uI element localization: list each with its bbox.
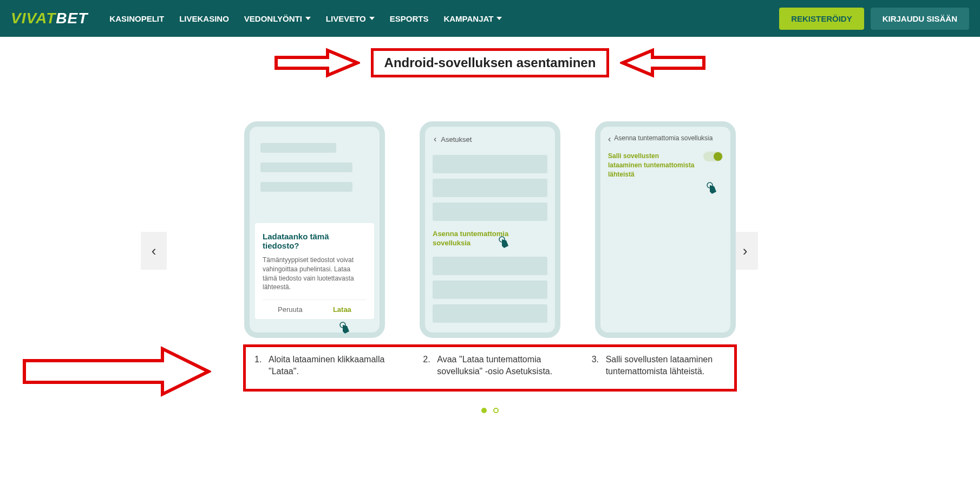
header: VIVATBET KASINOPELIT LIVEKASINO VEDONLYÖ… <box>0 0 980 37</box>
logo-part-1: VIVAT <box>11 10 56 27</box>
caption-1: 1. Aloita lataaminen klikkaamalla "Lataa… <box>254 354 388 378</box>
nav-kampanjat[interactable]: KAMPANJAT <box>443 14 502 23</box>
dialog-body: Tämäntyyppiset tiedostot voivat vahingoi… <box>263 256 367 292</box>
arrow-right-annotation-icon <box>273 48 360 78</box>
register-button[interactable]: REKISTERÖIDY <box>779 8 864 30</box>
settings-header: ‹ Asetukset <box>430 132 550 149</box>
caption-3: 3. Salli sovellusten lataaminen tuntemat… <box>592 354 726 378</box>
phone-mockup-3: ‹ Asenna tuntemattomia sovelluksia Salli… <box>595 121 736 338</box>
dialog-title: Ladataanko tämä tiedosto? <box>263 232 367 250</box>
nav-liveveto[interactable]: LIVEVETO <box>326 14 375 23</box>
download-dialog: Ladataanko tämä tiedosto? Tämäntyyppiset… <box>255 223 374 319</box>
dialog-download-button: Lataa <box>333 305 351 314</box>
carousel-dot-1[interactable] <box>481 408 487 413</box>
arrow-left-annotation-icon <box>620 48 707 78</box>
install-unknown-header: ‹ Asenna tuntemattomia sovelluksia <box>606 132 725 149</box>
login-button[interactable]: KIRJAUDU SISÄÄN <box>871 8 969 30</box>
caption-2: 2. Avaa "Lataa tuntemattomia sovelluksia… <box>423 354 557 378</box>
phone-mockup-2: ‹ Asetukset Asenna tuntemattomia sovellu… <box>420 121 560 338</box>
chevron-down-icon <box>305 17 311 20</box>
allow-toggle <box>703 152 723 161</box>
nav-esports[interactable]: ESPORTS <box>390 14 429 23</box>
chevron-down-icon <box>496 17 502 20</box>
nav-kasinopelit[interactable]: KASINOPELIT <box>109 14 164 23</box>
main-content: Android-sovelluksen asentaminen ‹ › Lada… <box>0 37 980 435</box>
phone-mockup-1: Ladataanko tämä tiedosto? Tämäntyyppiset… <box>244 121 385 338</box>
allow-downloads-text: Salli sovellusten lataaminen tuntemattom… <box>608 152 695 179</box>
captions-box: 1. Aloita lataaminen klikkaamalla "Lataa… <box>243 344 737 392</box>
back-chevron-icon: ‹ <box>608 134 611 144</box>
arrow-right-annotation-icon <box>22 344 211 399</box>
tap-hand-icon <box>337 321 352 336</box>
captions-wrap: 1. Aloita lataaminen klikkaamalla "Lataa… <box>0 344 980 392</box>
nav-vedonlyonti[interactable]: VEDONLYÖNTI <box>244 14 311 23</box>
phones-row: Ladataanko tämä tiedosto? Tämäntyyppiset… <box>0 121 980 338</box>
logo[interactable]: VIVATBET <box>11 10 88 27</box>
main-nav: KASINOPELIT LIVEKASINO VEDONLYÖNTI LIVEV… <box>109 14 502 23</box>
dialog-cancel-button: Peruuta <box>278 305 303 314</box>
logo-part-2: BET <box>56 10 88 27</box>
tap-hand-icon <box>496 235 512 250</box>
carousel-dot-2[interactable] <box>493 408 499 413</box>
page-title: Android-sovelluksen asentaminen <box>371 48 610 77</box>
install-unknown-link: Asenna tuntemattomia sovelluksia <box>430 226 550 251</box>
carousel-dots <box>0 408 980 413</box>
tap-hand-icon <box>704 181 720 196</box>
nav-livekasino[interactable]: LIVEKASINO <box>179 14 229 23</box>
chevron-down-icon <box>369 17 375 20</box>
back-chevron-icon: ‹ <box>434 134 436 144</box>
title-row: Android-sovelluksen asentaminen <box>0 48 980 78</box>
